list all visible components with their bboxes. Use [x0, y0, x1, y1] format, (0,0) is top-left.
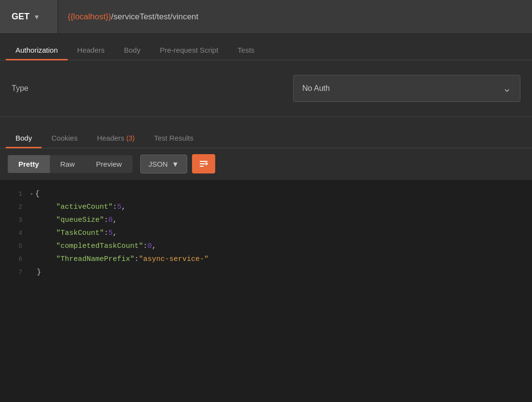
language-chevron: ▼	[172, 160, 179, 168]
language-select[interactable]: JSON ▼	[140, 155, 187, 173]
method-button[interactable]: GET ▼	[0, 0, 58, 33]
auth-type-value: No Auth	[302, 84, 330, 93]
code-line-7: 7 }	[0, 266, 532, 279]
tab-body-request[interactable]: Body	[114, 39, 150, 60]
wrap-icon	[199, 159, 208, 169]
format-pretty-btn[interactable]: Pretty	[8, 155, 50, 173]
auth-select-wrapper: No Auth ⌄	[293, 75, 520, 102]
code-line-2: 2 "activeCount" : 5 ,	[0, 201, 532, 214]
method-chevron: ▼	[33, 13, 40, 21]
url-path: /serviceTest/test/vincent	[111, 12, 198, 21]
tab-authorization[interactable]: Authorization	[6, 39, 68, 60]
tab-cookies[interactable]: Cookies	[42, 127, 87, 148]
code-line-6: 6 "ThreadNamePrefix" : "async-service-"	[0, 253, 532, 266]
tab-response-headers[interactable]: Headers (3)	[87, 127, 144, 148]
code-line-1: 1 ▾ {	[0, 187, 532, 201]
wrap-button[interactable]	[192, 154, 215, 173]
response-tab-row: Body Cookies Headers (3) Test Results	[0, 122, 532, 148]
language-label: JSON	[148, 160, 168, 168]
auth-type-select[interactable]: No Auth ⌄	[293, 75, 520, 102]
tab-prerequest[interactable]: Pre-request Script	[150, 39, 228, 60]
tab-tests[interactable]: Tests	[228, 39, 264, 60]
tab-test-results[interactable]: Test Results	[144, 127, 203, 148]
request-tab-row: Authorization Headers Body Pre-request S…	[0, 34, 532, 60]
code-line-4: 4 "TaskCount" : 5 ,	[0, 227, 532, 240]
auth-row: Type No Auth ⌄	[12, 75, 520, 102]
tab-body-response[interactable]: Body	[6, 127, 42, 148]
code-line-5: 5 "completedTaskCount" : 0 ,	[0, 240, 532, 253]
format-toolbar: Pretty Raw Preview JSON ▼	[0, 148, 532, 180]
auth-select-chevron: ⌄	[502, 82, 511, 95]
format-raw-btn[interactable]: Raw	[50, 155, 86, 173]
tab-headers[interactable]: Headers	[68, 39, 115, 60]
headers-badge: (3)	[126, 134, 134, 142]
url-template-variable: {{localhost}}	[68, 12, 111, 21]
url-bar: GET ▼ {{localhost}}/serviceTest/test/vin…	[0, 0, 532, 34]
code-area: 1 ▾ { 2 "activeCount" : 5 , 3 "queueSize…	[0, 180, 532, 402]
code-line-3: 3 "queueSize" : 0 ,	[0, 214, 532, 227]
type-label: Type	[12, 84, 50, 93]
format-preview-btn[interactable]: Preview	[86, 155, 133, 173]
format-group: Pretty Raw Preview	[8, 155, 133, 173]
auth-section: Type No Auth ⌄	[0, 60, 532, 117]
main-layout: Authorization Headers Body Pre-request S…	[0, 34, 532, 402]
method-label: GET	[12, 12, 30, 22]
